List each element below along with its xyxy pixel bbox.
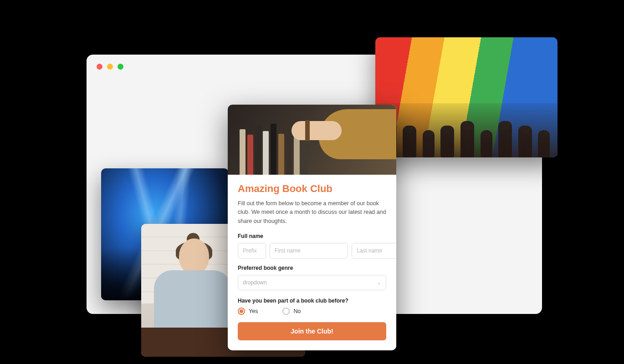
prior-club-label: Have you been part of a book club before… xyxy=(238,298,386,304)
lastname-field[interactable] xyxy=(352,243,396,258)
image-rainbow-flag xyxy=(375,37,558,157)
window-traffic-lights xyxy=(97,64,123,70)
minimize-icon[interactable] xyxy=(107,64,113,70)
fullname-label: Full name xyxy=(238,233,386,239)
radio-yes[interactable]: Yes xyxy=(238,308,258,315)
genre-dropdown[interactable]: dropdown ⌄ xyxy=(238,275,386,290)
join-club-button[interactable]: Join the Club! xyxy=(238,322,386,340)
signup-form-card: Amazing Book Club Fill out the form belo… xyxy=(228,105,396,350)
maximize-icon[interactable] xyxy=(118,64,123,70)
form-hero-image xyxy=(228,105,396,175)
form-description: Fill out the form below to become a memb… xyxy=(238,199,386,226)
chevron-down-icon: ⌄ xyxy=(377,279,381,286)
radio-yes-label: Yes xyxy=(249,308,258,314)
prefix-field[interactable] xyxy=(238,243,266,258)
firstname-field[interactable] xyxy=(270,243,348,258)
radio-no-label: No xyxy=(293,308,301,314)
genre-dropdown-value: dropdown xyxy=(243,279,267,286)
form-title: Amazing Book Club xyxy=(238,183,386,195)
close-icon[interactable] xyxy=(97,64,102,70)
genre-label: Preferred book genre xyxy=(238,265,386,271)
radio-no[interactable]: No xyxy=(282,308,301,315)
